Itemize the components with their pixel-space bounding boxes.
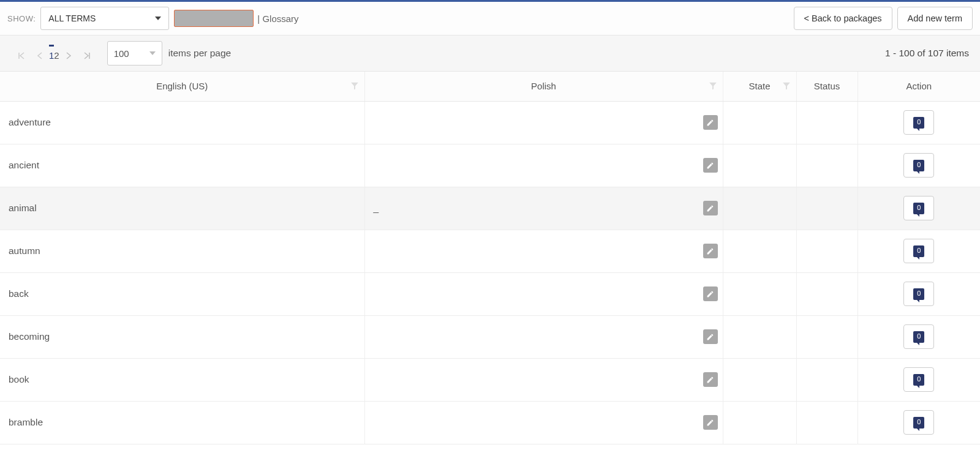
edit-icon[interactable] — [703, 415, 718, 430]
comments-button[interactable]: 0 — [903, 324, 934, 349]
cell-action: 0 — [858, 315, 980, 358]
terms-table: English (US) Polish State Status — [0, 72, 980, 444]
table-row: bramble0 — [0, 401, 980, 444]
comments-button[interactable]: 0 — [903, 196, 934, 220]
cell-state — [723, 101, 796, 144]
cell-status — [796, 358, 858, 401]
cell-english: adventure — [0, 101, 364, 144]
edit-icon[interactable] — [703, 286, 718, 301]
filter-icon[interactable] — [709, 81, 717, 91]
cell-status — [796, 144, 858, 187]
cell-english: autumn — [0, 230, 364, 272]
table-row: back0 — [0, 272, 980, 315]
cell-status — [796, 401, 858, 444]
pager-first-icon[interactable] — [12, 47, 31, 65]
cell-state — [723, 272, 796, 315]
cell-state — [723, 230, 796, 272]
table-row: adventure0 — [0, 101, 980, 144]
cell-action: 0 — [858, 187, 980, 230]
show-label: SHOW: — [7, 14, 36, 23]
comment-count: 0 — [913, 331, 924, 343]
cell-polish[interactable] — [364, 401, 723, 444]
caret-down-icon — [155, 17, 161, 20]
page-number[interactable]: 2 — [54, 47, 59, 64]
filter-icon[interactable] — [351, 81, 358, 91]
items-per-page-label: items per page — [168, 48, 232, 59]
comments-button[interactable]: 0 — [903, 239, 934, 263]
cell-status — [796, 315, 858, 358]
column-header-state[interactable]: State — [723, 72, 796, 101]
edit-icon[interactable] — [703, 158, 718, 173]
cell-action: 0 — [858, 401, 980, 444]
cell-action: 0 — [858, 144, 980, 187]
edit-icon[interactable] — [703, 372, 718, 387]
items-per-page-value: 100 — [114, 48, 129, 59]
edit-icon[interactable] — [703, 329, 718, 344]
cell-polish[interactable] — [364, 358, 723, 401]
pager-bar: 12 100 items per page 1 - 100 of 107 ite… — [0, 36, 980, 72]
back-to-packages-button[interactable]: < Back to packages — [794, 7, 892, 30]
table-row: becoming0 — [0, 315, 980, 358]
cell-state — [723, 315, 796, 358]
polish-value: _ — [374, 203, 379, 213]
comments-button[interactable]: 0 — [903, 410, 934, 435]
cell-polish[interactable] — [364, 144, 723, 187]
cell-english: ancient — [0, 144, 364, 187]
toolbar: SHOW: ALL TERMS | Glossary < Back to pac… — [0, 2, 980, 36]
comment-count: 0 — [913, 160, 924, 171]
breadcrumb: | Glossary — [257, 13, 298, 24]
cell-english: animal — [0, 187, 364, 230]
comments-button[interactable]: 0 — [903, 153, 934, 178]
pager-group: 12 — [12, 39, 96, 67]
column-header-action: Action — [858, 72, 980, 101]
comments-button[interactable]: 0 — [903, 110, 934, 135]
comments-button[interactable]: 0 — [903, 367, 934, 392]
edit-icon[interactable] — [703, 201, 718, 215]
cell-status — [796, 272, 858, 315]
edit-icon[interactable] — [703, 115, 718, 130]
cell-action: 0 — [858, 358, 980, 401]
cell-action: 0 — [858, 101, 980, 144]
cell-english: back — [0, 272, 364, 315]
cell-action: 0 — [858, 230, 980, 272]
comment-count: 0 — [913, 203, 924, 214]
cell-status — [796, 187, 858, 230]
filter-icon[interactable] — [783, 81, 790, 91]
cell-state — [723, 187, 796, 230]
table-row: ancient0 — [0, 144, 980, 187]
table-row: book0 — [0, 358, 980, 401]
pager-next-icon[interactable] — [59, 47, 78, 65]
cell-status — [796, 230, 858, 272]
cell-state — [723, 144, 796, 187]
add-new-term-button[interactable]: Add new term — [897, 7, 973, 30]
cell-state — [723, 358, 796, 401]
filter-terms-value: ALL TERMS — [48, 13, 96, 23]
column-header-english[interactable]: English (US) — [0, 72, 364, 101]
cell-polish[interactable] — [364, 230, 723, 272]
pager-last-icon[interactable] — [78, 47, 96, 65]
cell-english: bramble — [0, 401, 364, 444]
caret-down-icon — [149, 51, 156, 55]
edit-icon[interactable] — [703, 244, 718, 258]
filter-terms-select[interactable]: ALL TERMS — [40, 7, 169, 30]
cell-polish[interactable] — [364, 315, 723, 358]
cell-polish[interactable] — [364, 101, 723, 144]
cell-polish[interactable]: _ — [364, 187, 723, 230]
comment-count: 0 — [913, 417, 924, 429]
cell-english: becoming — [0, 315, 364, 358]
table-row: autumn0 — [0, 230, 980, 272]
pager-prev-icon[interactable] — [31, 47, 49, 65]
cell-english: book — [0, 358, 364, 401]
comment-count: 0 — [913, 117, 924, 129]
comment-count: 0 — [913, 374, 924, 386]
cell-status — [796, 101, 858, 144]
column-header-status[interactable]: Status — [796, 72, 858, 101]
items-per-page-select[interactable]: 100 — [107, 41, 162, 66]
comment-count: 0 — [913, 288, 924, 300]
comments-button[interactable]: 0 — [903, 282, 934, 306]
search-input[interactable] — [174, 10, 254, 27]
comment-count: 0 — [913, 245, 924, 257]
table-row: animal_0 — [0, 187, 980, 230]
cell-polish[interactable] — [364, 272, 723, 315]
column-header-polish[interactable]: Polish — [364, 72, 723, 101]
